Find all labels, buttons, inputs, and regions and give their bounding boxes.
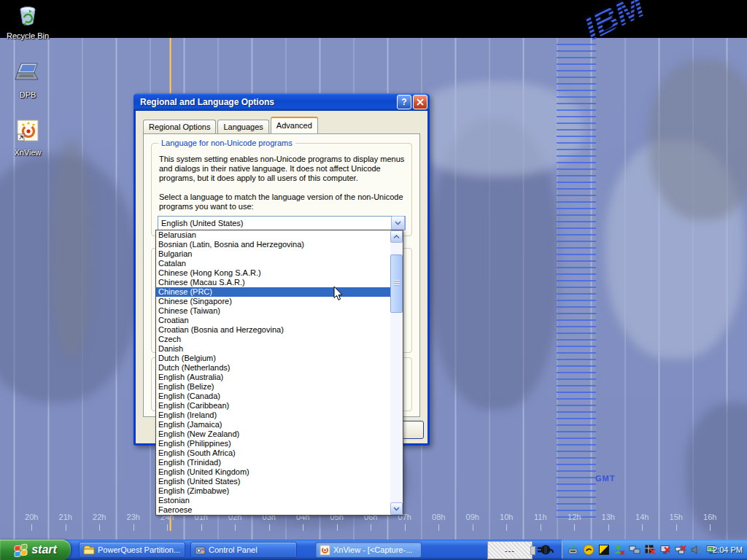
desktop-icon-recycle-bin[interactable]: Recycle Bin [4, 4, 51, 40]
icon-label: XnView [4, 148, 51, 157]
tray-telephony-icon[interactable] [583, 544, 595, 556]
hour-label: 11h [524, 513, 558, 521]
hour-label: 13h [592, 513, 626, 521]
list-item[interactable]: English (Canada) [156, 392, 391, 401]
list-item[interactable]: Chinese (Singapore) [156, 297, 391, 306]
list-item[interactable]: Dutch (Netherlands) [156, 363, 391, 373]
recycle-bin-icon [15, 4, 40, 27]
hour-label: 09h [456, 513, 490, 521]
list-item[interactable]: English (Jamaica) [156, 420, 391, 429]
tray-messenger-offline-icon[interactable] [614, 544, 625, 556]
dropdown-items: Belarusian Bosnian (Latin, Bosnia and He… [156, 230, 391, 515]
taskbar-button-powerquest[interactable]: PowerQuest Partition... [79, 542, 185, 558]
groupbox-title: Language for non-Unicode programs [158, 139, 295, 147]
battery-meter-band[interactable]: --- [487, 541, 533, 559]
hour-label: 10h [489, 513, 524, 521]
tab-advanced[interactable]: Advanced [271, 117, 318, 133]
taskbar-button-control-panel[interactable]: Control Panel [190, 542, 297, 558]
list-item[interactable]: Chinese (Taiwan) [156, 306, 391, 316]
list-item[interactable]: English (United States) [156, 477, 391, 486]
hour-label: 15h [659, 513, 694, 521]
hour-label: 20h [15, 513, 49, 521]
scroll-up-button[interactable] [390, 230, 403, 243]
tray-removable-device-icon[interactable] [568, 544, 579, 556]
system-tray: 2:04 PM [562, 540, 747, 560]
tray-network-computers-icon[interactable] [629, 544, 640, 556]
taskbar-button-xnview[interactable]: XnView - [<Capture-... [315, 542, 422, 558]
tab-strip: Regional Options Languages Advanced [143, 119, 320, 133]
list-item[interactable]: Chinese (Hong Kong S.A.R.) [156, 268, 391, 278]
chevron-down-icon [395, 221, 401, 225]
taskbar-button-label: PowerQuest Partition... [98, 545, 180, 554]
list-item-selected[interactable]: Chinese (PRC) [156, 287, 391, 297]
taskbar: start PowerQuest Partition... Control Pa… [0, 540, 747, 560]
hour-label: 12h [557, 513, 592, 521]
combobox-dropdown-button[interactable] [391, 216, 405, 230]
ibm-logo: IBM [544, 0, 690, 39]
help-button[interactable]: ? [397, 95, 411, 109]
dialog-titlebar[interactable]: Regional and Language Options ? [133, 93, 430, 111]
list-item[interactable]: English (South Africa) [156, 448, 391, 458]
chevron-up-icon [393, 235, 400, 239]
list-item[interactable]: Belarusian [156, 230, 391, 240]
list-item[interactable]: English (Australia) [156, 373, 391, 382]
taskbar-button-label: Control Panel [209, 545, 258, 554]
tab-languages[interactable]: Languages [217, 120, 268, 133]
tray-blocked-task-icon[interactable] [644, 544, 656, 556]
list-item[interactable]: English (Philippines) [156, 439, 391, 448]
list-item[interactable]: Chinese (Macau S.A.R.) [156, 278, 391, 287]
desktop-screen: GMT 20h 21h 22h 23h 24h 01h 02h 03h 04h … [0, 0, 747, 560]
hour-label: 14h [625, 513, 659, 521]
list-scrollbar[interactable] [390, 230, 403, 515]
list-item[interactable]: Croatian [156, 316, 391, 325]
xnview-icon [15, 119, 40, 144]
tray-antivirus-icon[interactable] [598, 544, 610, 556]
hour-label: 23h [117, 513, 151, 521]
scroll-down-button[interactable] [390, 502, 403, 515]
close-button[interactable] [413, 95, 427, 109]
list-item[interactable]: English (Belize) [156, 382, 391, 392]
power-plug-icon[interactable] [538, 543, 554, 556]
start-button[interactable]: start [0, 540, 71, 560]
list-item[interactable]: Catalan [156, 259, 391, 268]
list-item[interactable]: Croatian (Bosnia and Herzegovina) [156, 325, 391, 335]
control-panel-icon [195, 545, 206, 556]
ibm-logo-text: IBM [578, 0, 651, 39]
language-combobox[interactable]: English (United States) [158, 216, 406, 230]
list-item[interactable]: English (New Zealand) [156, 429, 391, 439]
list-item[interactable]: Estonian [156, 496, 391, 505]
tray-network-disconnected-icon[interactable] [675, 544, 686, 556]
hour-label: 22h [82, 513, 117, 521]
description-text: This system setting enables non-Unicode … [159, 155, 411, 183]
list-item[interactable]: Danish [156, 344, 391, 354]
folder-icon [83, 545, 95, 555]
tray-display-error-icon[interactable] [659, 544, 671, 556]
desktop-icon-xnview[interactable]: XnView [4, 119, 51, 157]
list-item[interactable]: Bulgarian [156, 249, 391, 259]
list-item[interactable]: English (Zimbabwe) [156, 486, 391, 496]
tray-volume-icon[interactable] [690, 544, 702, 556]
taskbar-button-label: XnView - [<Capture-... [333, 545, 412, 554]
icon-label: DPB [4, 90, 51, 99]
taskbar-clock[interactable]: 2:04 PM [713, 540, 743, 560]
list-item[interactable]: English (United Kingdom) [156, 467, 391, 477]
list-item[interactable]: Dutch (Belgium) [156, 354, 391, 363]
icon-label: Recycle Bin [4, 31, 51, 40]
desktop-icon-dpb[interactable]: DPB [4, 61, 51, 99]
map-silhouette [649, 60, 747, 220]
list-item[interactable]: Czech [156, 335, 391, 344]
tab-regional-options[interactable]: Regional Options [143, 120, 216, 133]
list-item[interactable]: Bosnian (Latin, Bosnia and Herzegovina) [156, 240, 391, 249]
chevron-down-icon [393, 507, 400, 511]
list-item[interactable]: English (Caribbean) [156, 401, 391, 411]
combobox-value: English (United States) [158, 219, 391, 228]
hour-label: 21h [49, 513, 83, 521]
mouse-cursor [333, 286, 344, 301]
list-item[interactable]: English (Trinidad) [156, 458, 391, 467]
close-icon [417, 98, 424, 106]
list-item[interactable]: English (Ireland) [156, 411, 391, 420]
laptop-icon [14, 61, 42, 86]
list-item[interactable]: Faeroese [156, 505, 391, 515]
xnview-small-icon [320, 545, 330, 556]
scrollbar-thumb[interactable] [390, 254, 403, 313]
